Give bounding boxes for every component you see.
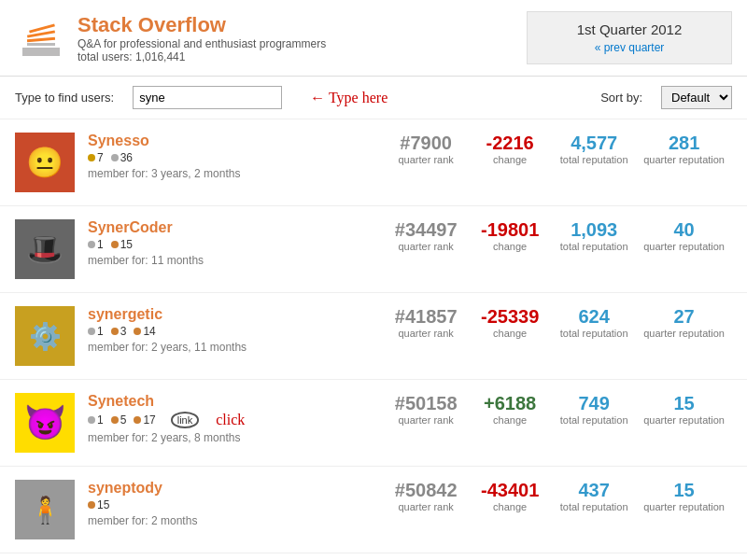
- svg-rect-0: [22, 48, 60, 51]
- quarter-reputation-label: quarter reputation: [643, 154, 725, 165]
- change-block: -25339 change: [468, 306, 552, 339]
- gold-badge-count: 7: [88, 151, 104, 164]
- page-header: Stack Overflow Q&A for professional and …: [0, 0, 747, 77]
- user-badges: 15: [88, 498, 384, 511]
- quarter-rank-value: #50158: [391, 393, 460, 414]
- quarter-reputation-value: 27: [643, 306, 725, 328]
- bronze-badge-count: 15: [111, 238, 133, 251]
- quarter-reputation-label: quarter reputation: [643, 328, 725, 339]
- user-badges: 736: [88, 151, 384, 164]
- change-value: -25339: [475, 306, 544, 328]
- site-title: Stack Overflow: [78, 13, 527, 37]
- user-stats: #7900 quarter rank -2216 change 4,577 to…: [384, 133, 732, 165]
- user-stats: #50158 quarter rank +6188 change 749 tot…: [384, 393, 732, 426]
- total-reputation-block: 624 total reputation: [552, 306, 636, 339]
- quarter-rank-label: quarter rank: [391, 414, 460, 426]
- user-row: 🎩 SynerCoder 115 member for: 11 months #…: [0, 206, 747, 293]
- member-duration: member for: 11 months: [88, 254, 384, 267]
- total-reputation-block: 1,093 total reputation: [552, 219, 636, 252]
- quarter-reputation-label: quarter reputation: [643, 501, 725, 512]
- change-label: change: [475, 154, 544, 165]
- total-reputation-label: total reputation: [559, 328, 628, 339]
- svg-rect-3: [26, 36, 54, 42]
- silver-badge-count: 36: [111, 151, 133, 164]
- change-block: -19801 change: [468, 219, 552, 252]
- total-reputation-value: 749: [559, 393, 628, 414]
- user-name[interactable]: Synetech: [88, 393, 384, 410]
- change-block: -2216 change: [468, 133, 552, 165]
- total-reputation-value: 1,093: [559, 219, 628, 241]
- user-info: SynerCoder 115 member for: 11 months: [88, 219, 384, 267]
- quarter-reputation-value: 15: [643, 393, 725, 414]
- silver-badge-count: 1: [88, 238, 104, 251]
- quarter-rank-value: #41857: [391, 306, 460, 328]
- total-reputation-value: 4,577: [559, 133, 628, 154]
- bronze-gold-badge-count: 3: [111, 325, 127, 338]
- user-name[interactable]: Synesso: [88, 133, 384, 149]
- quarter-rank-label: quarter rank: [391, 154, 460, 165]
- user-row: ⚙️ synergetic 1314 member for: 2 years, …: [0, 293, 747, 380]
- quarter-rank-label: quarter rank: [391, 328, 460, 339]
- user-row: 🧍 syneptody 15 member for: 2 months #508…: [0, 467, 747, 553]
- bronze-badge-count: 15: [88, 498, 109, 511]
- quarter-title: 1st Quarter 2012: [546, 21, 712, 37]
- site-info: Stack Overflow Q&A for professional and …: [78, 13, 527, 63]
- change-value: -19801: [475, 219, 544, 241]
- quarter-rank-block: #7900 quarter rank: [384, 133, 468, 165]
- type-here-annotation: ← Type here: [310, 90, 388, 105]
- user-name[interactable]: SynerCoder: [88, 219, 384, 236]
- total-users: total users: 1,016,441: [78, 50, 527, 63]
- user-name[interactable]: synergetic: [88, 306, 384, 323]
- quarter-reputation-block: 15 quarter reputation: [636, 393, 732, 426]
- member-duration: member for: 2 months: [88, 514, 384, 527]
- member-duration: member for: 2 years, 11 months: [88, 341, 384, 354]
- quarter-rank-value: #50842: [391, 480, 460, 501]
- quarter-rank-block: #41857 quarter rank: [384, 306, 468, 339]
- user-info: syneptody 15 member for: 2 months: [88, 480, 384, 527]
- member-duration: member for: 3 years, 2 months: [88, 167, 384, 180]
- user-badges: 115: [88, 238, 384, 251]
- quarter-reputation-block: 40 quarter reputation: [636, 219, 732, 252]
- total-reputation-value: 624: [559, 306, 628, 328]
- change-label: change: [475, 241, 544, 252]
- user-badges: 1517link click: [88, 412, 384, 428]
- svg-rect-1: [22, 51, 60, 56]
- total-reputation-block: 437 total reputation: [552, 480, 636, 512]
- quarter-reputation-label: quarter reputation: [643, 241, 725, 252]
- svg-rect-2: [27, 43, 55, 46]
- quarter-reputation-label: quarter reputation: [643, 414, 725, 426]
- change-label: change: [475, 501, 544, 512]
- quarter-rank-label: quarter rank: [391, 501, 460, 512]
- quarter-reputation-block: 281 quarter reputation: [636, 133, 732, 165]
- quarter-panel: 1st Quarter 2012 « prev quarter: [527, 11, 732, 64]
- quarter-reputation-value: 40: [643, 219, 725, 241]
- change-block: +6188 change: [468, 393, 552, 426]
- quarter-rank-label: quarter rank: [391, 241, 460, 252]
- quarter-rank-value: #34497: [391, 219, 460, 241]
- quarter-rank-block: #50842 quarter rank: [384, 480, 468, 512]
- site-description: Q&A for professional and enthusiast prog…: [78, 37, 527, 50]
- change-value: +6188: [475, 393, 544, 414]
- total-reputation-label: total reputation: [559, 501, 628, 512]
- silver-badge-count: 1: [88, 413, 104, 427]
- user-list: 😐 Synesso 736 member for: 3 years, 2 mon…: [0, 119, 747, 553]
- prev-quarter-link[interactable]: « prev quarter: [546, 41, 712, 54]
- total-reputation-label: total reputation: [559, 414, 628, 426]
- link-annotation: link: [171, 412, 200, 428]
- quarter-reputation-block: 27 quarter reputation: [636, 306, 732, 339]
- user-row: 😐 Synesso 736 member for: 3 years, 2 mon…: [0, 119, 747, 206]
- change-label: change: [475, 414, 544, 426]
- search-input[interactable]: [133, 86, 282, 109]
- user-name[interactable]: syneptody: [88, 480, 384, 497]
- sort-select[interactable]: Default: [661, 86, 732, 109]
- user-stats: #41857 quarter rank -25339 change 624 to…: [384, 306, 732, 339]
- quarter-rank-block: #50158 quarter rank: [384, 393, 468, 426]
- bronze-badge-count: 14: [134, 325, 155, 338]
- click-annotation: click: [216, 412, 245, 428]
- search-bar: Type to find users: ← Type here Sort by:…: [0, 77, 747, 119]
- search-label: Type to find users:: [15, 91, 114, 105]
- total-reputation-value: 437: [559, 480, 628, 501]
- silver-badge-count: 1: [88, 325, 104, 338]
- user-avatar: 😐: [15, 133, 75, 192]
- quarter-rank-value: #7900: [391, 133, 460, 154]
